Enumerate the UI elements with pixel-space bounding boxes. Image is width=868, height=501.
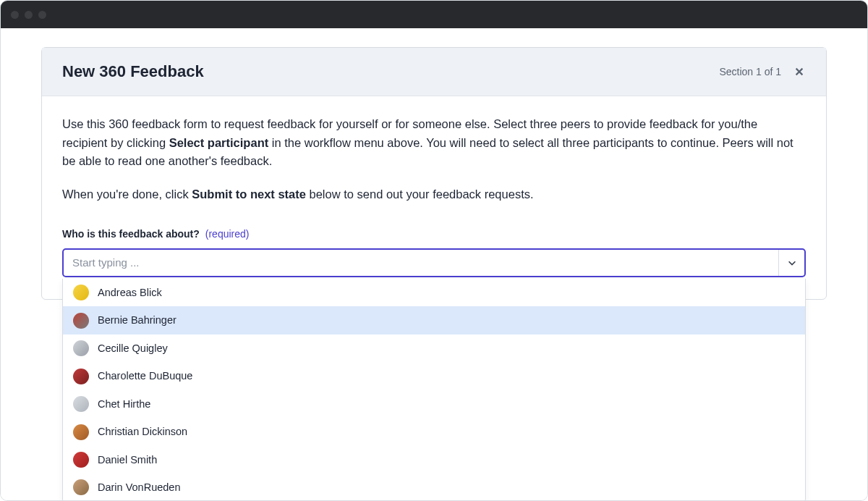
intro-p2-text-b: below to send out your feedback requests… <box>306 188 534 201</box>
person-option-label: Christian Dickinson <box>98 424 187 439</box>
content-area: New 360 Feedback Section 1 of 1 Use this… <box>1 28 867 500</box>
combobox-control[interactable] <box>62 248 806 277</box>
field-label-row: Who is this feedback about? (required) <box>62 227 806 243</box>
person-combobox: Andreas BlickBernie BahringerCecille Qui… <box>62 248 806 277</box>
avatar <box>73 313 89 329</box>
window-titlebar <box>1 1 867 28</box>
person-option-label: Andreas Blick <box>98 285 162 300</box>
intro-p1-bold: Select participant <box>169 136 269 149</box>
avatar <box>73 479 89 495</box>
app-window: New 360 Feedback Section 1 of 1 Use this… <box>0 0 868 501</box>
intro-text: Use this 360 feedback form to request fe… <box>62 115 806 203</box>
avatar <box>73 424 89 440</box>
avatar <box>73 340 89 356</box>
person-option[interactable]: Darin VonRueden <box>63 473 805 500</box>
avatar <box>73 452 89 468</box>
avatar <box>73 396 89 412</box>
person-option-label: Cecille Quigley <box>98 340 168 356</box>
person-option[interactable]: Cecille Quigley <box>63 334 805 362</box>
required-hint: (required) <box>205 227 250 243</box>
avatar <box>73 369 89 384</box>
intro-p2-bold: Submit to next state <box>192 188 306 201</box>
person-option[interactable]: Daniel Smith <box>63 446 805 473</box>
card-header-right: Section 1 of 1 <box>719 65 806 78</box>
intro-paragraph-1: Use this 360 feedback form to request fe… <box>62 115 806 171</box>
person-option-label: Bernie Bahringer <box>98 312 176 328</box>
traffic-light-zoom[interactable] <box>38 11 46 19</box>
field-label: Who is this feedback about? <box>62 227 200 243</box>
card-title: New 360 Feedback <box>62 62 204 81</box>
person-option-label: Darin VonRueden <box>98 479 180 495</box>
person-search-input[interactable] <box>64 250 778 276</box>
combobox-toggle[interactable] <box>778 250 804 276</box>
person-option-label: Charolette DuBuque <box>98 368 192 384</box>
intro-paragraph-2: When you're done, click Submit to next s… <box>62 185 806 204</box>
person-option-label: Chet Hirthe <box>98 396 150 412</box>
person-option[interactable]: Charolette DuBuque <box>63 362 805 390</box>
card-header: New 360 Feedback Section 1 of 1 <box>42 48 826 96</box>
person-option[interactable]: Andreas Blick <box>63 279 805 306</box>
combobox-dropdown: Andreas BlickBernie BahringerCecille Qui… <box>62 279 806 500</box>
avatar <box>73 285 89 300</box>
intro-p2-text-a: When you're done, click <box>62 188 192 201</box>
traffic-light-minimize[interactable] <box>25 11 33 19</box>
feedback-card: New 360 Feedback Section 1 of 1 Use this… <box>41 47 827 300</box>
close-icon <box>794 67 804 77</box>
traffic-light-close[interactable] <box>11 11 19 19</box>
person-option-label: Daniel Smith <box>98 452 157 468</box>
section-indicator: Section 1 of 1 <box>719 66 781 77</box>
card-body: Use this 360 feedback form to request fe… <box>42 96 826 299</box>
person-option[interactable]: Bernie Bahringer <box>63 306 805 334</box>
chevron-down-icon <box>787 258 797 268</box>
person-option[interactable]: Chet Hirthe <box>63 390 805 418</box>
close-button[interactable] <box>793 65 806 78</box>
person-option[interactable]: Christian Dickinson <box>63 418 805 445</box>
